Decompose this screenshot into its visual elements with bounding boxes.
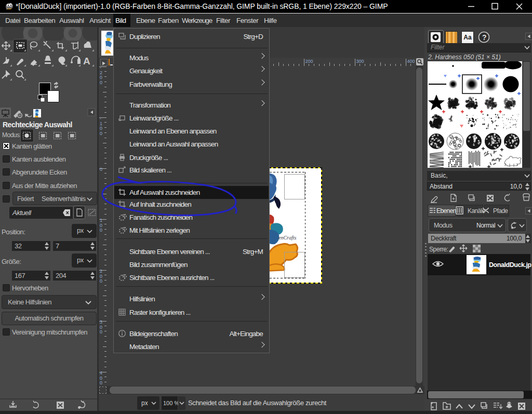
svg-text:0: 0 xyxy=(100,380,102,385)
svg-text:0: 0 xyxy=(100,126,102,131)
svg-text:2: 2 xyxy=(100,70,102,75)
svg-text:0: 0 xyxy=(100,167,102,172)
svg-text:0: 0 xyxy=(100,75,102,80)
svg-text:0: 0 xyxy=(100,278,102,284)
svg-text:A: A xyxy=(83,56,90,66)
svg-text:300: 300 xyxy=(356,59,364,64)
svg-text:0: 0 xyxy=(100,131,102,136)
svg-text:0: 0 xyxy=(100,80,102,85)
svg-text:1: 1 xyxy=(100,218,102,223)
svg-text:0: 0 xyxy=(100,329,102,335)
svg-text:0: 0 xyxy=(100,274,102,279)
svg-text:2: 2 xyxy=(100,269,102,274)
svg-text:0: 0 xyxy=(100,223,102,228)
svg-text:1: 1 xyxy=(100,121,102,126)
svg-text:400: 400 xyxy=(407,59,415,64)
svg-text:3: 3 xyxy=(100,319,102,325)
svg-text:?: ? xyxy=(482,33,487,42)
svg-text:4: 4 xyxy=(100,370,102,376)
svg-text:0: 0 xyxy=(100,228,102,233)
svg-text:0: 0 xyxy=(100,376,102,381)
svg-text:200: 200 xyxy=(305,59,313,64)
svg-text:0: 0 xyxy=(100,325,102,330)
svg-text:-: - xyxy=(100,116,101,121)
